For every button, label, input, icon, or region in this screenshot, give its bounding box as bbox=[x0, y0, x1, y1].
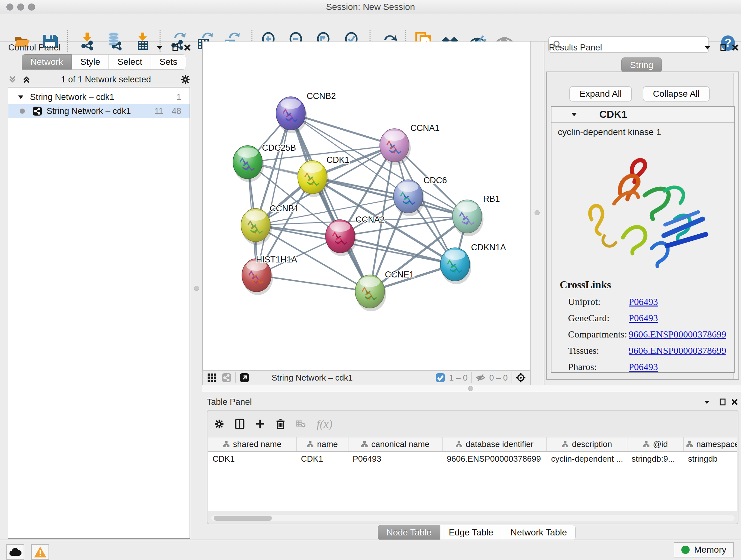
crosslink-label: GeneCard: bbox=[568, 313, 629, 323]
section-collapse-icon[interactable] bbox=[569, 110, 579, 119]
scrollbar-thumb[interactable] bbox=[214, 516, 272, 521]
cytoscape-window: Session: New Session bbox=[0, 0, 741, 560]
maximize-panel-icon[interactable] bbox=[171, 43, 180, 52]
protein-structure-image bbox=[569, 143, 716, 271]
status-separator bbox=[235, 372, 236, 383]
node-label: CCNB2 bbox=[307, 91, 336, 101]
column-header[interactable]: canonical name bbox=[348, 437, 442, 451]
network-view-status-bar: String Network – cdk1 1 – 0 0 – 0 bbox=[202, 370, 530, 385]
tab-network-table[interactable]: Network Table bbox=[502, 525, 576, 540]
node-label: CDKN1A bbox=[471, 243, 506, 252]
cdk1-section-header[interactable]: CDK1 bbox=[551, 107, 734, 123]
crosslink-value-link[interactable]: 9606.ENSP00000378699 bbox=[629, 329, 726, 340]
column-header[interactable]: namespace bbox=[684, 437, 737, 451]
collection-label: String Network – cdk1 bbox=[30, 92, 114, 102]
network-label: String Network – cdk1 bbox=[47, 106, 131, 116]
main-toolbar: ? bbox=[0, 14, 741, 42]
crosslink-value-link[interactable]: P06493 bbox=[629, 296, 658, 307]
float-panel-icon[interactable] bbox=[155, 43, 164, 52]
crosslink-label: Compartments: bbox=[568, 329, 629, 340]
tab-sets[interactable]: Sets bbox=[151, 54, 186, 70]
tab-network[interactable]: Network bbox=[22, 54, 72, 70]
crosslink-value-link[interactable]: P06493 bbox=[629, 313, 658, 323]
network-selection-row: 1 of 1 Network selected bbox=[8, 72, 190, 87]
tab-edge-table[interactable]: Edge Table bbox=[440, 525, 502, 540]
network-edge bbox=[257, 113, 291, 275]
show-columns-icon[interactable] bbox=[235, 419, 245, 429]
network-edges bbox=[248, 113, 467, 292]
hidden-counts: 0 – 0 bbox=[489, 373, 508, 383]
network-edge bbox=[257, 275, 370, 292]
crosslink-value-link[interactable]: P06493 bbox=[629, 361, 658, 372]
table-toolbar: f(x) bbox=[214, 415, 333, 433]
network-node-cdkn1a[interactable]: CDKN1A bbox=[441, 243, 506, 284]
memory-status-dot bbox=[681, 546, 690, 554]
expand-all-button[interactable]: Expand All bbox=[569, 86, 632, 102]
collapse-all-networks-icon[interactable] bbox=[8, 75, 17, 84]
collapse-all-button[interactable]: Collapse All bbox=[643, 86, 710, 102]
network-node-hist1h1a[interactable]: HIST1H1A bbox=[242, 255, 297, 295]
add-column-icon[interactable] bbox=[255, 419, 265, 429]
network-node-rb1[interactable]: RB1 bbox=[453, 194, 500, 236]
results-panel-tabs: String bbox=[621, 57, 662, 73]
tab-node-table[interactable]: Node Table bbox=[378, 525, 440, 540]
tree-expand-icon[interactable] bbox=[16, 92, 25, 102]
table-options-gear-icon[interactable] bbox=[214, 419, 224, 429]
column-header[interactable]: shared name bbox=[208, 437, 296, 451]
string-view-icon[interactable] bbox=[222, 373, 231, 382]
status-separator bbox=[471, 372, 472, 383]
close-panel-icon[interactable] bbox=[731, 43, 740, 52]
status-separator bbox=[512, 372, 512, 383]
network-node-ccnb2[interactable]: CCNB2 bbox=[276, 91, 336, 133]
network-node-ccne1[interactable]: CCNE1 bbox=[355, 270, 414, 311]
column-header[interactable]: database identifier bbox=[442, 437, 547, 451]
node-label: HIST1H1A bbox=[256, 255, 297, 264]
tab-select[interactable]: Select bbox=[109, 54, 151, 70]
tab-style[interactable]: Style bbox=[72, 54, 109, 70]
float-panel-icon[interactable] bbox=[702, 397, 712, 407]
tab-string[interactable]: String bbox=[621, 57, 662, 73]
hidden-eye-slash-icon[interactable] bbox=[476, 373, 485, 382]
close-panel-icon[interactable] bbox=[730, 397, 739, 407]
cloud-icon[interactable] bbox=[6, 544, 24, 560]
column-header[interactable]: description bbox=[547, 437, 627, 451]
left-splitter-grip[interactable] bbox=[194, 286, 199, 291]
crosslink-label: Pharos: bbox=[568, 361, 629, 372]
table-horizontal-scrollbar bbox=[211, 515, 735, 521]
node-label: CCNB1 bbox=[270, 204, 299, 213]
network-selection-status: 1 of 1 Network selected bbox=[31, 75, 181, 84]
column-header[interactable]: @id bbox=[627, 437, 684, 451]
cdk1-section: CDK1 cyclin-dependent kinase 1 bbox=[551, 106, 735, 373]
selected-checkbox-icon[interactable] bbox=[435, 373, 445, 382]
function-builder-icon: f(x) bbox=[317, 417, 333, 431]
crosslink-label: Tissues: bbox=[568, 345, 629, 356]
network-node-ccnb1[interactable]: CCNB1 bbox=[241, 204, 299, 245]
maximize-panel-icon[interactable] bbox=[718, 397, 728, 407]
maximize-panel-icon[interactable] bbox=[719, 43, 728, 52]
expand-all-networks-icon[interactable] bbox=[22, 75, 31, 84]
right-splitter-grip[interactable] bbox=[535, 210, 540, 215]
network-options-gear-icon[interactable] bbox=[181, 75, 190, 84]
close-panel-icon[interactable] bbox=[183, 43, 192, 52]
app-status-bar: Memory bbox=[0, 540, 741, 560]
network-canvas[interactable]: CCNB2CCNA1CDC25BCDK1CDC6RB1CCNB1CCNA2CDK… bbox=[202, 42, 530, 370]
bottom-splitter-grip[interactable] bbox=[468, 386, 473, 391]
table-panel: Table Panel f(x) shared name nam bbox=[202, 392, 741, 540]
birds-eye-grid-icon[interactable] bbox=[207, 373, 217, 382]
navigator-crosshair-icon[interactable] bbox=[516, 373, 526, 382]
crosslink-value-link[interactable]: 9606.ENSP00000378699 bbox=[629, 345, 726, 356]
network-node-ccna1[interactable]: CCNA1 bbox=[380, 123, 440, 165]
delete-column-icon[interactable] bbox=[276, 419, 285, 429]
network-collection-row[interactable]: String Network – cdk1 1 bbox=[8, 90, 190, 104]
memory-button[interactable]: Memory bbox=[674, 542, 734, 557]
warning-icon[interactable] bbox=[31, 544, 49, 560]
node-label: CDC25B bbox=[262, 143, 296, 152]
network-row[interactable]: String Network – cdk1 11 48 bbox=[8, 104, 190, 118]
selected-counts: 1 – 0 bbox=[449, 373, 468, 383]
float-panel-icon[interactable] bbox=[703, 43, 712, 52]
column-header[interactable]: name bbox=[296, 437, 348, 451]
node-label: CCNA2 bbox=[355, 215, 385, 225]
table-row[interactable]: CDK1CDK1 P064939606.ENSP00000378699 cycl… bbox=[208, 451, 737, 466]
open-in-window-icon[interactable] bbox=[240, 373, 249, 382]
crosslinks-title: CrossLinks bbox=[551, 271, 734, 291]
